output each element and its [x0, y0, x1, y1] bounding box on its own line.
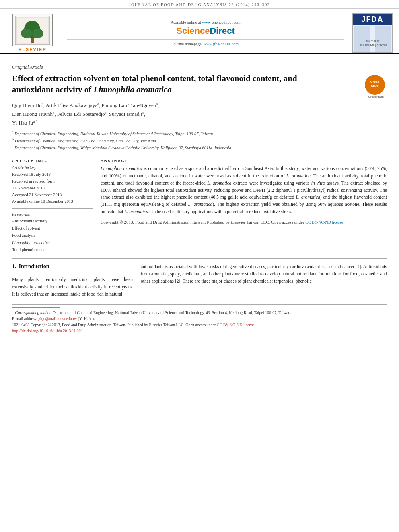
crossmark-circle: Cross Mark [365, 75, 385, 95]
intro-left-col: 1. Introduction Many plants, particularl… [12, 263, 133, 298]
copyright-text: Copyright © 2013, Food and Drug Administ… [101, 219, 387, 226]
article-title-row: Effect of extraction solvent on total ph… [12, 73, 387, 97]
keyword-limnophila: Limnophila aromatica [12, 239, 93, 246]
sciencedirect-logo: ScienceDirect [67, 26, 344, 36]
history-online: Available online 18 December 2013 [12, 198, 93, 205]
email-link[interactable]: yhju@mail.ntust.edu.tw [38, 316, 77, 321]
jfda-letters: JFDA [361, 15, 383, 23]
jfda-link[interactable]: www.jfda-online.com [204, 42, 239, 46]
svg-text:Journal of: Journal of [366, 39, 380, 42]
history-received: Received 18 July 2013 [12, 171, 93, 178]
keyword-food: Food analysis [12, 232, 93, 239]
keywords-label: Keywords: [12, 212, 93, 216]
available-online-text: Available online at www.sciencedirect.co… [67, 20, 344, 25]
cc-footnote-link[interactable]: CC BY-NC-ND license [217, 322, 255, 327]
elsevier-logo: ELSEVIER [6, 14, 59, 52]
sd-link[interactable]: www.sciencedirect.com [202, 20, 240, 25]
intro-right-text: antioxidants is associated with lower ri… [141, 263, 387, 285]
crossmark-label: CrossMark [365, 95, 387, 99]
journal-title-bar: Journal of Food and Drug Analysis 22 (20… [0, 0, 399, 9]
abstract-text: Limnophila aromatica is commonly used as… [101, 165, 387, 216]
svg-text:Cross: Cross [370, 80, 380, 84]
authors: Quy Diem Doa, Artik Elisa Angkawijayaa, … [12, 101, 387, 127]
svg-text:Food and Drug Analysis: Food and Drug Analysis [358, 43, 387, 46]
svg-point-4 [32, 29, 43, 38]
article-title: Effect of extraction solvent on total ph… [12, 73, 304, 96]
divider [12, 208, 93, 209]
article-info-heading: Article Info [12, 158, 93, 163]
elsevier-tree-image [12, 14, 53, 46]
article-info-col: Article Info Article history: Received 1… [12, 158, 93, 253]
center-header: Available online at www.sciencedirect.co… [59, 20, 352, 46]
article-history-label: Article history: [12, 165, 93, 170]
intro-right-col: antioxidants is associated with lower ri… [141, 263, 387, 298]
svg-text:Mark: Mark [371, 84, 379, 88]
svg-point-3 [21, 29, 32, 38]
footnote-area: * Corresponding author. Department of Ch… [12, 304, 387, 334]
affiliation-c: c Department of Chemical Engineering, Wi… [12, 144, 387, 151]
abstract-col: Abstract Limnophila aromatica is commonl… [101, 158, 387, 253]
article-type: Original Article [12, 62, 387, 70]
section-heading: Introduction [19, 263, 49, 270]
section-number: 1. [12, 263, 16, 270]
affiliation-b: b Department of Chemical Engineering, Ca… [12, 137, 387, 144]
affiliation-a: a Department of Chemical Engineering, Na… [12, 130, 387, 137]
email-note: E-mail address: yhju@mail.ntust.edu.tw (… [12, 316, 387, 322]
abstract-heading: Abstract [101, 158, 387, 163]
keyword-phenol: Total phenol content [12, 246, 93, 253]
two-column-section: Article Info Article history: Received 1… [12, 155, 387, 253]
doi-link[interactable]: http://dx.doi.org/10.1016/j.jfda.2013.11… [12, 329, 83, 333]
intro-left-text: Many plants, particularly medicinal plan… [12, 276, 133, 298]
history-accepted: Accepted 21 November 2013 [12, 192, 93, 199]
issn-note: 1021-9498 Copyright © 2013, Food and Dru… [12, 322, 387, 328]
jfda-logo: JFDA Journal of Food and Drug Analysis [352, 13, 393, 53]
affiliations: a Department of Chemical Engineering, Na… [12, 130, 387, 151]
history-revised-date: 12 November 2013 [12, 185, 93, 192]
cc-license-link[interactable]: CC BY-NC-ND license [305, 220, 343, 224]
section-divider [12, 258, 387, 259]
journal-homepage: journal homepage: www.jfda-online.com [67, 39, 344, 46]
crossmark-badge[interactable]: Cross Mark CrossMark [365, 75, 387, 97]
keyword-antioxidants: Antioxidants activity [12, 218, 93, 225]
corresponding-author-note: * Corresponding author. Department of Ch… [12, 310, 387, 316]
article-body: Original Article Effect of extraction so… [0, 54, 399, 334]
introduction-section: 1. Introduction Many plants, particularl… [12, 263, 387, 298]
doi-note: http://dx.doi.org/10.1016/j.jfda.2013.11… [12, 328, 387, 334]
journal-title: Journal of Food and Drug Analysis 22 (20… [129, 2, 270, 7]
elsevier-text: ELSEVIER [19, 47, 47, 52]
keyword-solvent: Effect of solvent [12, 225, 93, 232]
footnote-divider [12, 307, 60, 308]
header-section: ELSEVIER Available online at www.science… [0, 9, 399, 54]
history-revised-label: Received in revised form [12, 178, 93, 185]
